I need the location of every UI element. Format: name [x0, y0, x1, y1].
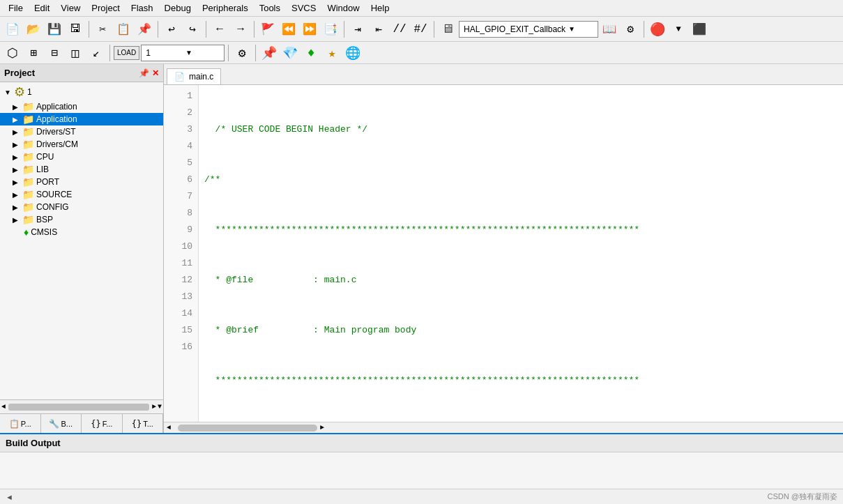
pin-button[interactable]: 📌 [259, 43, 279, 63]
open-button[interactable]: 📂 [24, 20, 43, 39]
save-button[interactable]: 💾 [45, 20, 64, 39]
cut-button[interactable]: ✂ [93, 20, 112, 39]
menu-flash[interactable]: Flash [126, 1, 159, 15]
saveall-button[interactable]: 🖫 [66, 20, 85, 39]
bookmark-list-button[interactable]: 📑 [321, 20, 340, 39]
code-line: * @brief : Main program body [204, 322, 837, 339]
copy-button[interactable]: 📋 [114, 20, 133, 39]
editor-hscroll[interactable]: ◄ ► [164, 422, 843, 433]
scroll-right-arrow[interactable]: ► [152, 403, 156, 411]
back-button[interactable]: ← [210, 20, 229, 39]
sep8 [109, 45, 110, 61]
hscroll-right-arrow[interactable]: ► [320, 424, 324, 432]
expand-icon-root: ▼ [4, 89, 14, 96]
paste-button[interactable]: 📌 [135, 20, 154, 39]
expand-icon-cpu: ▶ [13, 153, 22, 161]
menu-help[interactable]: Help [365, 1, 395, 15]
code-editor[interactable]: /* USER CODE BEGIN Header */ /** *******… [199, 85, 843, 422]
folder-icon: 📁 [22, 176, 34, 188]
run-button[interactable]: 🔴 [648, 20, 667, 39]
config-dropdown[interactable]: 1 ▼ [141, 45, 225, 61]
line-num: 5 [169, 155, 192, 171]
project-hscroll: ◄ ► ▼ [0, 399, 163, 413]
code-line: ****************************************… [204, 222, 837, 238]
browse-button[interactable]: 📖 [600, 20, 619, 39]
scroll-left-arrow[interactable]: ◄ [1, 403, 6, 411]
hscroll-left-arrow[interactable]: ◄ [167, 424, 171, 432]
tab-functions[interactable]: {} F... [82, 414, 123, 433]
uncomment-button[interactable]: #/ [411, 20, 430, 39]
tree-item-root[interactable]: ▼ ⚙ 1 [0, 84, 163, 100]
load-label: LOAD [114, 46, 139, 60]
list-item[interactable]: ▶ 📁 PORT [0, 176, 163, 188]
list-item[interactable]: ♦ CMSIS [0, 226, 163, 238]
grid2-button[interactable]: ⊟ [45, 43, 64, 63]
watermark: CSDN @独有凝雨姿 [768, 491, 837, 502]
bookmark-prev-button[interactable]: ⏪ [279, 20, 298, 39]
menu-project[interactable]: Project [86, 1, 125, 15]
indent-button[interactable]: ⇥ [348, 20, 367, 39]
list-item[interactable]: ▶ 📁 Drivers/ST [0, 125, 163, 138]
folder-icon: 📁 [22, 126, 34, 137]
menu-window[interactable]: Window [321, 1, 365, 15]
comment-button[interactable]: // [390, 20, 409, 39]
layers2-button[interactable]: ◫ [66, 43, 85, 63]
tab-project[interactable]: 📋 P... [0, 414, 41, 433]
hscroll-thumb[interactable] [8, 404, 149, 411]
line-num: 12 [169, 272, 192, 289]
list-item[interactable]: ▶ 📁 CONFIG [0, 201, 163, 213]
grid-button[interactable]: ⊞ [24, 43, 43, 63]
editor-tabs: 📄 main.c [164, 64, 843, 85]
stop-button[interactable]: ⬛ [690, 20, 709, 39]
config-button[interactable]: ⚙ [621, 20, 640, 39]
close-icon[interactable]: ✕ [152, 68, 159, 78]
outdent-button[interactable]: ⇤ [369, 20, 388, 39]
menu-peripherals[interactable]: Peripherals [197, 1, 254, 15]
scroll-down-arrow[interactable]: ▼ [158, 403, 162, 411]
tab-build[interactable]: 🔧 B... [41, 414, 82, 433]
folder-icon: 📁 [22, 151, 34, 162]
function-dropdown[interactable]: HAL_GPIO_EXIT_Callback ▼ [459, 21, 598, 38]
menu-debug[interactable]: Debug [159, 1, 197, 15]
project-header-icons: 📌 ✕ [139, 68, 159, 78]
menu-svcs[interactable]: SVCS [286, 1, 321, 15]
menu-edit[interactable]: Edit [29, 1, 55, 15]
list-item[interactable]: ▶ 📁 SOURCE [0, 188, 163, 201]
run-arrow-button[interactable]: ▼ [669, 20, 688, 39]
undo-button[interactable]: ↩ [162, 20, 181, 39]
list-item[interactable]: ▶ 📁 LIB [0, 163, 163, 176]
forward-button[interactable]: → [231, 20, 250, 39]
menu-tools[interactable]: Tools [254, 1, 286, 15]
list-item[interactable]: ▶ 📁 CPU [0, 151, 163, 163]
settings2-button[interactable]: ⚙ [232, 43, 252, 63]
tab-templates[interactable]: {} T... [123, 414, 164, 433]
diamond-button[interactable]: ♦ [301, 43, 321, 63]
star-button[interactable]: ★ [322, 43, 342, 63]
line-num: 7 [169, 188, 192, 205]
config-value: 1 [146, 48, 151, 58]
arrow-button[interactable]: ↙ [86, 43, 106, 63]
redo-button[interactable]: ↪ [183, 20, 202, 39]
editor-tab-mainc[interactable]: 📄 main.c [167, 68, 221, 84]
code-line: ****************************************… [204, 372, 837, 389]
list-item[interactable]: ▶ 📁 Application [0, 100, 163, 113]
list-item[interactable]: ▶ 📁 Application [0, 113, 163, 125]
line-num: 6 [169, 171, 192, 188]
layers-button[interactable]: ⬡ [3, 43, 22, 63]
globe-button[interactable]: 🌐 [343, 43, 363, 63]
list-item[interactable]: ▶ 📁 Drivers/CM [0, 138, 163, 151]
menu-view[interactable]: View [55, 1, 86, 15]
sep6 [434, 21, 434, 38]
cpu-label: CPU [36, 152, 54, 162]
sep7 [644, 21, 644, 38]
hscroll-thumb[interactable] [178, 425, 317, 432]
bookmark-next-button[interactable]: ⏩ [300, 20, 319, 39]
menu-file[interactable]: File [3, 1, 29, 15]
sep3 [206, 21, 206, 38]
pin-icon[interactable]: 📌 [139, 68, 149, 78]
list-item[interactable]: ▶ 📁 BSP [0, 213, 163, 226]
scroll-left-status: ◄ [6, 493, 13, 501]
bookmark-button[interactable]: 🚩 [258, 20, 278, 39]
new-button[interactable]: 📄 [3, 20, 22, 39]
chip-button[interactable]: 💎 [280, 43, 300, 63]
